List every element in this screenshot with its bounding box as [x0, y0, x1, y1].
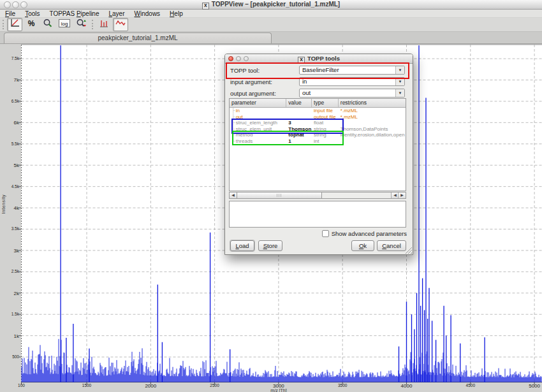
x-tick-label: 2000 — [145, 383, 156, 389]
topp-tool-select[interactable]: BaselineFilter▼ — [299, 66, 405, 75]
y-tick-label: 7k — [0, 77, 22, 83]
x-tick-label: 2500 — [210, 383, 219, 388]
toolbar: %log — [0, 18, 542, 32]
menu-toppas-pipeline[interactable]: TOPPAS Pipeline — [49, 10, 99, 17]
y-tick-label: 4.5k — [0, 184, 22, 189]
menu-help[interactable]: Help — [170, 10, 183, 17]
chevron-down-icon: ▼ — [395, 66, 404, 74]
reset-zoom-button[interactable] — [40, 18, 55, 31]
y-tick-label: 1.5k — [0, 312, 22, 316]
log-scale-icon: log — [59, 18, 70, 31]
y-tick-label: 5.5k — [0, 142, 22, 146]
cancel-button[interactable]: Cancel — [377, 240, 406, 251]
x-axis-title: m/z [Th] — [270, 388, 286, 392]
chevron-down-icon: ▼ — [395, 78, 404, 85]
reset-zoom-icon — [43, 18, 53, 31]
table-row-in[interactable]: ├ininput file*.mzML — [230, 108, 406, 114]
x-tick-label: 100 — [18, 383, 25, 388]
x-tick-label: 4000 — [401, 383, 413, 389]
y-axis-title: Intensity — [1, 194, 6, 214]
show-advanced-checkbox[interactable] — [322, 230, 329, 237]
menu-file[interactable]: File — [5, 10, 15, 17]
y-tick-label: 6k — [0, 120, 22, 126]
menubar: FileToolsTOPPAS PipelineLayerWindowsHelp — [0, 10, 542, 17]
y-tick-label: 6.5k — [0, 99, 22, 103]
input-argument-label: input argument: — [230, 78, 272, 85]
window-title: TOPPView – [peakpicker_tutorial_1.mzML] — [0, 1, 542, 10]
y-tick-label: 1k — [0, 333, 22, 339]
intensity-zoom-icon — [76, 18, 87, 31]
output-argument-label: output argument: — [230, 90, 276, 97]
menu-windows[interactable]: Windows — [135, 10, 161, 17]
tab-peakpicker-tutorial[interactable]: peakpicker_tutorial_1.mzML — [4, 33, 272, 43]
load-button[interactable]: Load — [230, 240, 254, 251]
svg-text:log: log — [61, 21, 68, 27]
show-advanced-label: Show advanced parameters — [332, 230, 407, 237]
axes-button[interactable] — [7, 18, 22, 31]
x-tick-label: 5000 — [529, 383, 540, 389]
x-tick-label: 4500 — [466, 383, 475, 388]
axes-icon — [10, 18, 20, 31]
table-row-struc_elem_length[interactable]: ├struc_elem_length3float — [230, 120, 406, 126]
table-row-out[interactable]: ├outoutput file*.mzML — [230, 114, 406, 120]
x-tick-label: 3500 — [338, 383, 347, 388]
scrollbar-thumb[interactable] — [237, 192, 322, 198]
x-tick-label: 1500 — [82, 383, 91, 388]
x11-dialog-icon — [298, 57, 305, 64]
window-titlebar: TOPPView – [peakpicker_tutorial_1.mzML] — [0, 0, 542, 10]
y-tick-label: 5k — [0, 163, 22, 168]
y-tick-label: 3.5k — [0, 226, 22, 231]
profile-line-icon — [115, 18, 126, 31]
table-horizontal-scrollbar[interactable]: ◀ ◀ ▶ — [229, 192, 406, 199]
scroll-right-icon[interactable]: ▶ — [398, 192, 406, 198]
y-tick-label: 2k — [0, 291, 22, 296]
menu-layer[interactable]: Layer — [109, 10, 125, 17]
y-tick-label: 2.5k — [0, 269, 22, 273]
y-tick-label: 500 — [0, 354, 22, 359]
parameter-table-header: parameter value type restrictions — [230, 99, 406, 108]
log-scale-button[interactable]: log — [57, 18, 72, 31]
topp-tool-label: TOPP tool: — [230, 67, 260, 74]
dialog-titlebar: TOPP tools — [225, 54, 413, 64]
percent-icon: % — [26, 18, 36, 31]
y-tick-label: 3k — [0, 248, 22, 254]
chevron-down-icon: ▼ — [395, 89, 404, 97]
dialog-title: TOPP tools — [225, 55, 413, 64]
profile-line-button[interactable] — [113, 18, 128, 31]
table-row-struc_elem_unit[interactable]: ├struc_elem_unitThomsonstringThomson,Dat… — [230, 126, 406, 133]
output-argument-select[interactable]: out▼ — [299, 89, 405, 98]
toolbar-separator — [92, 20, 93, 29]
input-argument-select[interactable]: in▼ — [299, 77, 405, 86]
y-tick-label: 7.5k — [0, 56, 22, 61]
table-row-threads[interactable]: └threads1int — [230, 138, 406, 145]
peaks-sticks-button[interactable] — [96, 18, 112, 31]
store-button[interactable]: Store — [258, 240, 282, 251]
x11-app-icon — [202, 3, 209, 10]
ok-button[interactable]: Ok — [351, 240, 374, 251]
percent-button[interactable]: % — [24, 18, 39, 31]
peaks-sticks-icon — [99, 18, 109, 31]
tab-strip: peakpicker_tutorial_1.mzML — [0, 32, 542, 44]
topp-tools-dialog: TOPP tools TOPP tool: BaselineFilter▼ in… — [224, 54, 413, 255]
intensity-zoom-button[interactable] — [73, 18, 89, 31]
parameter-table[interactable]: parameter value type restrictions ├ininp… — [229, 98, 406, 191]
show-advanced-row: Show advanced parameters — [322, 230, 407, 237]
svg-text:%: % — [28, 19, 35, 28]
menu-tools[interactable]: Tools — [25, 10, 40, 17]
table-row-method[interactable]: ├methodtophatstringidentity,erosion,dila… — [230, 132, 406, 138]
parameter-description-box — [229, 201, 406, 228]
toppview-window: { "window": { "title": "TOPPView – [peak… — [0, 0, 542, 392]
